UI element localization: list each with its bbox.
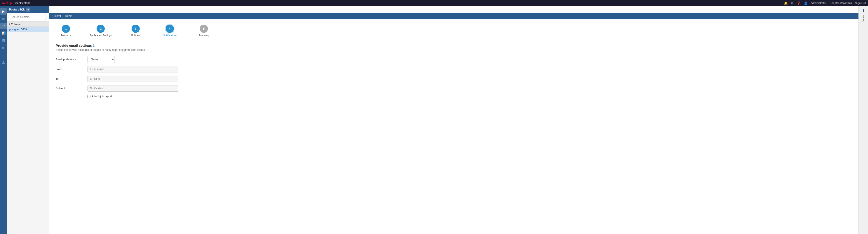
expand-icon[interactable]: ▶: [0, 8, 7, 15]
details-label: Details: [862, 15, 865, 23]
attach-report-row: Attach job report: [88, 95, 851, 98]
left-panel-header: PostgreSQL ▾: [7, 6, 49, 13]
breadcrumb: Cluster - Protect: [53, 15, 72, 18]
list-icon[interactable]: ☰: [0, 52, 7, 58]
step-4[interactable]: 4 Notification: [159, 25, 180, 37]
from-input[interactable]: [88, 66, 178, 73]
from-label: From: [56, 68, 88, 71]
bell-icon[interactable]: 🔔: [784, 1, 787, 5]
step-4-circle: 4: [166, 25, 174, 33]
wizard-area: 1 Resource 2 Application Settings 3 Poli: [49, 19, 859, 234]
subject-input[interactable]: [88, 85, 178, 92]
product-name: SnapCenter®: [14, 2, 30, 5]
step-3[interactable]: 3 Policies: [125, 25, 146, 37]
attach-report-label[interactable]: Attach job report: [92, 95, 112, 98]
chart-icon[interactable]: 📊: [0, 30, 7, 36]
subject-label: Subject: [56, 87, 88, 90]
db-icon[interactable]: 🗄: [0, 37, 7, 44]
step-5-circle: 5: [200, 25, 208, 33]
signout-link[interactable]: Sign Out: [855, 2, 866, 5]
section-info-icon[interactable]: ℹ: [93, 44, 94, 47]
apps-icon[interactable]: ⊞: [0, 16, 7, 22]
step-1-label: Resource: [60, 34, 71, 37]
flag-icon[interactable]: ⚑: [11, 23, 13, 26]
help-icon[interactable]: ❓: [797, 1, 801, 5]
subject-row: Subject: [56, 85, 851, 92]
step-4-label: Notification: [163, 34, 177, 37]
left-panel: PostgreSQL ▾ ≡ ⚑ Name postgres_5432: [7, 6, 49, 234]
search-input[interactable]: [9, 14, 47, 20]
user-icon[interactable]: 👤: [804, 1, 808, 5]
sidebar-icons: ▶ ⊞ 🛡 📊 🗄 ⊕ ☰ ⚠: [0, 6, 7, 234]
step-2-label: Application Settings: [90, 34, 112, 37]
step-5-label: Summary: [198, 34, 209, 37]
details-sidebar: ℹ Details: [859, 6, 868, 234]
steps-container: 1 Resource 2 Application Settings 3 Poli: [56, 25, 851, 37]
section-title: Provide email settings ℹ: [56, 44, 851, 47]
user-account[interactable]: SnapCenterAdmin: [830, 2, 852, 5]
list-view-icon[interactable]: ≡: [9, 23, 10, 26]
search-box: [7, 13, 49, 22]
attach-report-checkbox[interactable]: [88, 95, 90, 98]
email-preference-label: Email preference: [56, 58, 88, 61]
email-preference-row: Email preference Never On Failure On Fai…: [56, 56, 851, 63]
step-1-circle: 1: [62, 25, 70, 33]
user-label: administrator: [811, 2, 827, 5]
alert-icon[interactable]: ⚠: [0, 59, 7, 66]
step-3-label: Policies: [131, 34, 140, 37]
email-preference-select[interactable]: Never On Failure On Failure or Warning A…: [88, 56, 115, 63]
mail-icon[interactable]: ✉: [791, 1, 794, 5]
section-desc: Select the service accounts or people to…: [56, 48, 851, 52]
to-row: To: [56, 76, 851, 82]
from-row: From: [56, 66, 851, 73]
main-content: Cluster - Protect × 1 Resource 2 Applica…: [49, 13, 868, 234]
breadcrumb-bar: Cluster - Protect ×: [49, 13, 868, 19]
step-1[interactable]: 1 Resource: [56, 25, 76, 37]
top-bar: NetApp SnapCenter® 🔔 ✉ ❓ 👤 administrator…: [0, 0, 868, 6]
netapp-logo: NetApp: [2, 2, 12, 5]
to-input[interactable]: [88, 76, 178, 82]
layers-icon[interactable]: ⊕: [0, 45, 7, 51]
step-3-circle: 3: [131, 25, 140, 33]
name-column-header: Name: [14, 23, 21, 26]
step-2-circle: 2: [97, 25, 105, 33]
panel-dropdown-btn[interactable]: ▾: [26, 7, 30, 11]
step-2[interactable]: 2 Application Settings: [90, 25, 112, 37]
panel-title: PostgreSQL: [9, 8, 25, 11]
shield-icon[interactable]: 🛡: [0, 23, 7, 29]
table-header: ≡ ⚑ Name: [7, 22, 49, 27]
info-icon: ℹ: [863, 9, 864, 13]
to-label: To: [56, 77, 88, 80]
step-5[interactable]: 5 Summary: [194, 25, 214, 37]
cluster-list-item[interactable]: postgres_5432: [7, 27, 49, 32]
